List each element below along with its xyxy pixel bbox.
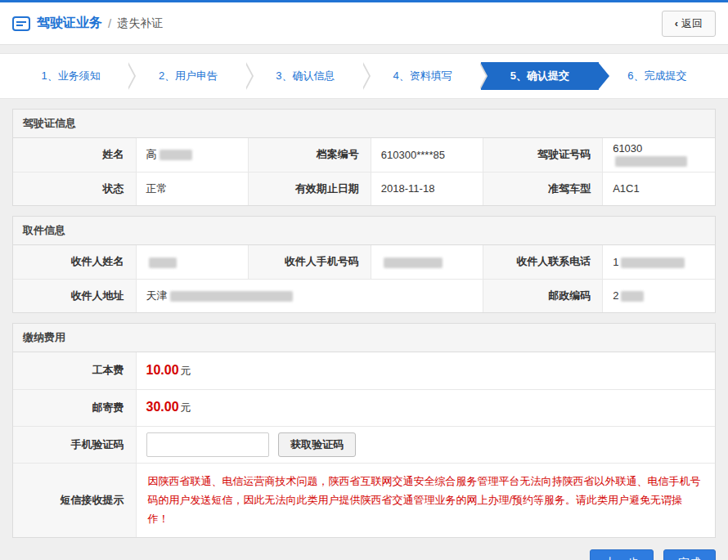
table-row: 短信接收提示 因陕西省联通、电信运营商技术问题，陕西省互联网交通安全综合服务管理… bbox=[13, 463, 715, 537]
section-fees: 缴纳费用 工本费 10.00元 邮寄费 30.00元 手机验证码 获取验证码 短… bbox=[12, 323, 716, 538]
page-title: 驾驶证业务 bbox=[37, 15, 102, 32]
postage-fee-label: 邮寄费 bbox=[13, 389, 136, 426]
cost-fee-label: 工本费 bbox=[13, 352, 136, 389]
back-button-label: 返回 bbox=[681, 17, 703, 29]
step-3-confirm-info: 3、确认信息 bbox=[247, 62, 364, 90]
captcha-input[interactable] bbox=[146, 432, 269, 457]
status-value: 正常 bbox=[136, 172, 248, 205]
name-label: 姓名 bbox=[13, 138, 136, 172]
step-label: 5、确认提交 bbox=[510, 69, 569, 82]
section-pickup-title: 取件信息 bbox=[13, 217, 715, 245]
footer-actions: 上一步 完成 bbox=[12, 549, 716, 560]
step-6-complete-submit: 6、完成提交 bbox=[599, 62, 716, 90]
recipient-name-value bbox=[136, 245, 248, 279]
expiry-value: 2018-11-18 bbox=[371, 172, 483, 205]
recipient-phone-value: 1 bbox=[603, 245, 715, 279]
fees-table: 工本费 10.00元 邮寄费 30.00元 手机验证码 获取验证码 短信接收提示… bbox=[13, 352, 715, 537]
value-text: 61030 bbox=[613, 142, 642, 155]
cost-fee-unit: 元 bbox=[181, 365, 191, 377]
license-card-icon bbox=[12, 16, 30, 31]
postage-fee-value: 30.00元 bbox=[136, 389, 715, 426]
status-label: 状态 bbox=[13, 172, 136, 205]
redacted-value bbox=[170, 291, 293, 302]
section-fees-title: 缴纳费用 bbox=[13, 324, 715, 352]
step-label: 3、确认信息 bbox=[276, 69, 335, 82]
step-label: 2、用户申告 bbox=[159, 69, 218, 82]
step-label: 1、业务须知 bbox=[42, 69, 101, 82]
recipient-name-label: 收件人姓名 bbox=[13, 245, 136, 279]
step-1-business-notes: 1、业务须知 bbox=[12, 62, 129, 90]
expiry-label: 有效期止日期 bbox=[248, 172, 371, 205]
value-text: 2 bbox=[613, 289, 618, 302]
vehicle-class-label: 准驾车型 bbox=[483, 172, 603, 205]
back-button[interactable]: ‹返回 bbox=[662, 11, 716, 37]
step-label: 6、完成提交 bbox=[627, 69, 686, 82]
value-text: 1 bbox=[613, 256, 618, 268]
step-5-confirm-submit-active: 5、确认提交 bbox=[481, 62, 598, 90]
captcha-label: 手机验证码 bbox=[13, 426, 136, 463]
vehicle-class-value: A1C1 bbox=[603, 172, 715, 205]
table-row: 收件人姓名 收件人手机号码 收件人联系电话 1 bbox=[13, 245, 715, 279]
redacted-value bbox=[384, 258, 443, 268]
sms-notice-text: 因陕西省联通、电信运营商技术问题，陕西省互联网交通安全综合服务管理平台无法向持陕… bbox=[148, 475, 701, 526]
redacted-value bbox=[615, 156, 687, 167]
redacted-value bbox=[160, 150, 192, 160]
table-row: 邮寄费 30.00元 bbox=[13, 389, 715, 426]
postage-fee-unit: 元 bbox=[181, 401, 191, 414]
sms-notice-cell: 因陕西省联通、电信运营商技术问题，陕西省互联网交通安全综合服务管理平台无法向持陕… bbox=[136, 463, 715, 537]
postage-fee-amount: 30.00 bbox=[146, 400, 179, 414]
title-separator: / bbox=[108, 16, 111, 30]
section-pickup-info: 取件信息 收件人姓名 收件人手机号码 收件人联系电话 1 收件人地址 天津 邮政… bbox=[12, 216, 716, 313]
step-4-fill-data: 4、资料填写 bbox=[364, 62, 481, 90]
back-chevron-icon: ‹ bbox=[675, 17, 678, 29]
section-license-info: 驾驶证信息 姓名 高 档案编号 610300****85 驾驶证号码 61030… bbox=[12, 109, 716, 206]
page-header: 驾驶证业务 / 遗失补证 ‹返回 bbox=[0, 2, 728, 45]
file-number-label: 档案编号 bbox=[248, 138, 371, 172]
prev-step-button[interactable]: 上一步 bbox=[590, 549, 654, 560]
license-number-label: 驾驶证号码 bbox=[483, 138, 603, 172]
recipient-address-value: 天津 bbox=[136, 279, 483, 312]
table-row: 工本费 10.00元 bbox=[13, 352, 715, 389]
sms-notice-label: 短信接收提示 bbox=[13, 463, 136, 537]
license-info-table: 姓名 高 档案编号 610300****85 驾驶证号码 61030 状态 正常… bbox=[13, 138, 715, 205]
step-label: 4、资料填写 bbox=[393, 69, 452, 82]
zip-code-value: 2 bbox=[603, 279, 715, 312]
cost-fee-value: 10.00元 bbox=[136, 352, 715, 389]
redacted-value bbox=[149, 258, 177, 268]
name-value: 高 bbox=[136, 138, 248, 172]
pickup-info-table: 收件人姓名 收件人手机号码 收件人联系电话 1 收件人地址 天津 邮政编码 2 bbox=[13, 245, 715, 312]
recipient-mobile-value bbox=[371, 245, 483, 279]
cost-fee-amount: 10.00 bbox=[146, 363, 179, 377]
finish-button[interactable]: 完成 bbox=[663, 549, 716, 560]
recipient-address-label: 收件人地址 bbox=[13, 279, 136, 312]
section-license-title: 驾驶证信息 bbox=[13, 110, 715, 138]
value-text: 天津 bbox=[146, 289, 168, 302]
step-2-user-declaration: 2、用户申告 bbox=[129, 62, 246, 90]
progress-steps: 1、业务须知 2、用户申告 3、确认信息 4、资料填写 5、确认提交 6、完成提… bbox=[0, 53, 728, 99]
value-text: 高 bbox=[146, 148, 157, 160]
get-captcha-button[interactable]: 获取验证码 bbox=[278, 432, 356, 457]
table-row: 收件人地址 天津 邮政编码 2 bbox=[13, 279, 715, 312]
recipient-phone-label: 收件人联系电话 bbox=[483, 245, 603, 279]
redacted-value bbox=[621, 258, 685, 268]
file-number-value: 610300****85 bbox=[371, 138, 483, 172]
zip-code-label: 邮政编码 bbox=[483, 279, 603, 312]
recipient-mobile-label: 收件人手机号码 bbox=[248, 245, 371, 279]
page-subtitle: 遗失补证 bbox=[117, 16, 163, 31]
redacted-value bbox=[621, 291, 644, 302]
table-row: 状态 正常 有效期止日期 2018-11-18 准驾车型 A1C1 bbox=[13, 172, 715, 205]
captcha-cell: 获取验证码 bbox=[136, 426, 715, 463]
license-number-value: 61030 bbox=[603, 138, 715, 172]
table-row: 手机验证码 获取验证码 bbox=[13, 426, 715, 463]
table-row: 姓名 高 档案编号 610300****85 驾驶证号码 61030 bbox=[13, 138, 715, 172]
